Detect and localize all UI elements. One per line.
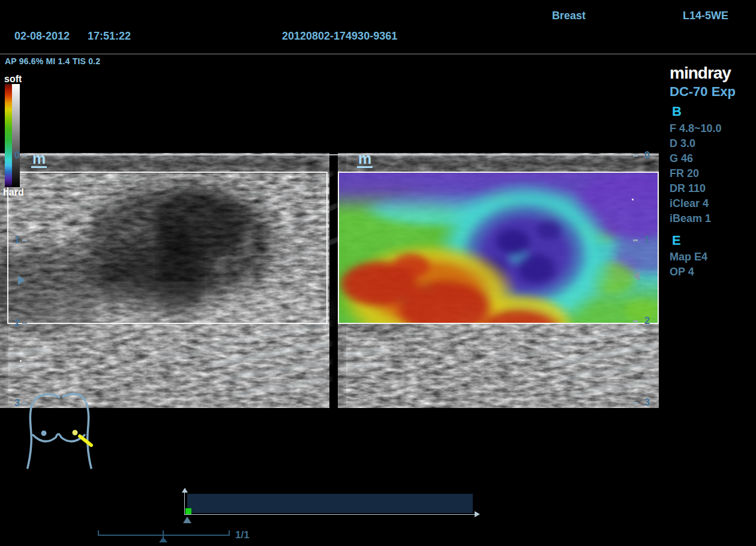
b-mode-parameters: F 4.8~10.0 D 3.0 G 46 FR 20 DR 110 iClea… (670, 121, 722, 226)
elasto-section-label: E (672, 233, 681, 248)
cine-frame-handle[interactable] (185, 508, 191, 514)
page-range-bracket (98, 530, 230, 536)
axis-arrow-icon (182, 488, 188, 493)
param-frequency: F 4.8~10.0 (670, 121, 722, 136)
depth-zero-skin-line (0, 154, 659, 155)
probe-position-marker (80, 436, 91, 445)
m-measure-marker-right[interactable]: m (357, 151, 373, 168)
cine-loop-bar[interactable] (187, 494, 473, 513)
m-measure-marker-left[interactable]: m (31, 151, 47, 168)
depth-mark-left-2: 2 (10, 318, 27, 329)
nipple-dot (41, 431, 47, 436)
elastogram-color-map (338, 172, 659, 324)
elasticity-scale-icon (5, 84, 12, 187)
frame-pointer-icon[interactable] (183, 517, 191, 523)
caliper-dot (20, 360, 22, 362)
shoulder-line (34, 394, 59, 401)
study-type-label: Breast (552, 10, 586, 22)
axis-arrow-icon (475, 511, 480, 517)
exam-date: 02-08-2012 (14, 30, 70, 43)
machine-model: DC-70 Exp (670, 84, 736, 100)
focus-marker-icon (18, 275, 25, 285)
exam-time: 17:51:22 (88, 30, 131, 43)
page-indicator: 1/1 (235, 529, 250, 541)
body-side-line (86, 403, 91, 468)
depth-mark-left-1: 1 (10, 235, 27, 245)
param-gain: G 46 (670, 151, 722, 166)
param-map: Map E4 (670, 250, 707, 265)
param-dynamic-range: DR 110 (670, 181, 722, 196)
elastogram-roi-box[interactable] (338, 172, 659, 324)
depth-mark-left-0: 0 (10, 150, 27, 161)
depth-mark-right-2: 2 (633, 316, 650, 326)
ruler-tick (633, 239, 638, 241)
ruler-tick (22, 239, 27, 241)
depth-mark-right-3: 3 (633, 397, 650, 408)
param-iclear: iClear 4 (670, 196, 722, 211)
param-depth: D 3.0 (670, 136, 722, 151)
exam-id: 20120802-174930-9361 (282, 30, 397, 43)
depth-mark-right-0: 0 (633, 150, 650, 161)
caliper-dot (632, 199, 634, 200)
body-side-line (28, 403, 32, 468)
timeline-horizontal-axis (184, 514, 476, 515)
grayscale-bar-icon (12, 84, 20, 187)
probe-name-label: L14-5WE (683, 10, 728, 22)
elasto-colorbar (5, 84, 20, 187)
scale-soft-label: soft (4, 74, 22, 85)
elasto-parameters: Map E4 OP 4 (670, 250, 707, 280)
param-ibeam: iBeam 1 (670, 211, 722, 226)
focus-marker-icon (633, 271, 640, 281)
acoustic-output-readout: AP 96.6% MI 1.4 TIS 0.2 (5, 56, 100, 66)
param-frame-rate: FR 20 (670, 166, 722, 181)
ruler-tick (633, 155, 638, 157)
ruler-tick (633, 320, 638, 322)
body-marker-icon[interactable] (22, 389, 97, 473)
header-divider (0, 53, 756, 55)
timeline-vertical-axis (184, 491, 185, 515)
shoulder-line (63, 394, 85, 401)
ruler-tick (22, 155, 27, 157)
mindray-logo: mindray (670, 64, 731, 83)
scale-hard-label: hard (3, 187, 24, 198)
breast-contour-line (33, 434, 85, 442)
page-position-pointer-icon (159, 537, 167, 542)
b-mode-section-label: B (672, 104, 682, 119)
depth-mark-right-1: 1 (633, 235, 650, 245)
ruler-tick (22, 323, 27, 325)
param-op: OP 4 (670, 265, 707, 280)
ruler-tick (633, 402, 638, 404)
nipple-dot (73, 430, 78, 436)
b-mode-roi-box[interactable] (7, 172, 328, 324)
ultrasound-screen: Breast L14-5WE 02-08-2012 17:51:22 20120… (0, 0, 756, 546)
